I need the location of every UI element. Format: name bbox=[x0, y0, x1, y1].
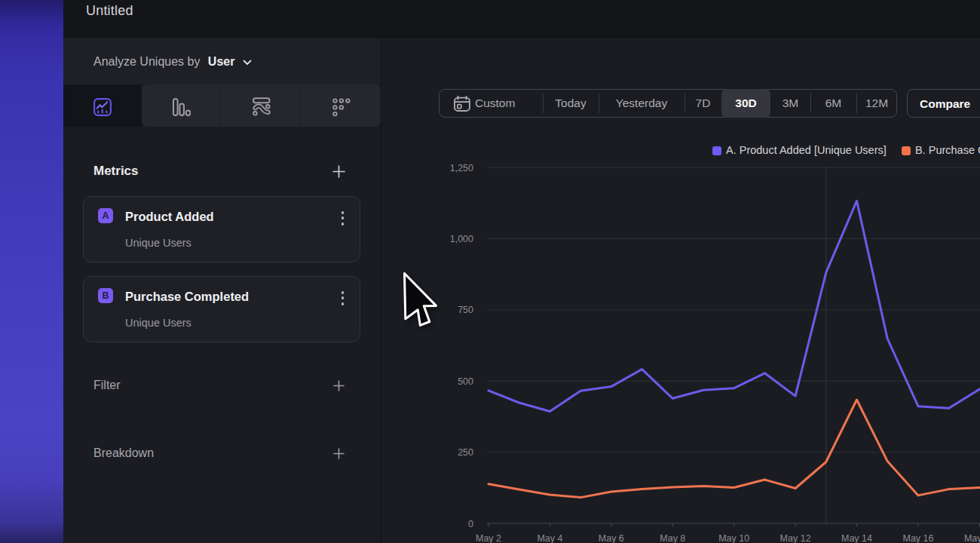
svg-text:May 12: May 12 bbox=[780, 533, 811, 543]
svg-text:1,000: 1,000 bbox=[450, 234, 473, 244]
svg-text:500: 500 bbox=[458, 376, 473, 387]
svg-text:May 14: May 14 bbox=[841, 533, 872, 543]
svg-text:1,250: 1,250 bbox=[450, 163, 473, 173]
svg-text:0: 0 bbox=[468, 519, 473, 529]
svg-text:May 16: May 16 bbox=[903, 533, 934, 543]
svg-text:750: 750 bbox=[458, 305, 473, 315]
svg-text:May 10: May 10 bbox=[718, 533, 749, 543]
svg-text:May 6: May 6 bbox=[599, 533, 624, 543]
svg-text:May 18: May 18 bbox=[964, 533, 980, 543]
svg-text:May 8: May 8 bbox=[660, 533, 685, 543]
svg-text:May 4: May 4 bbox=[537, 533, 562, 543]
svg-text:250: 250 bbox=[458, 447, 473, 458]
svg-text:May 2: May 2 bbox=[476, 533, 501, 543]
